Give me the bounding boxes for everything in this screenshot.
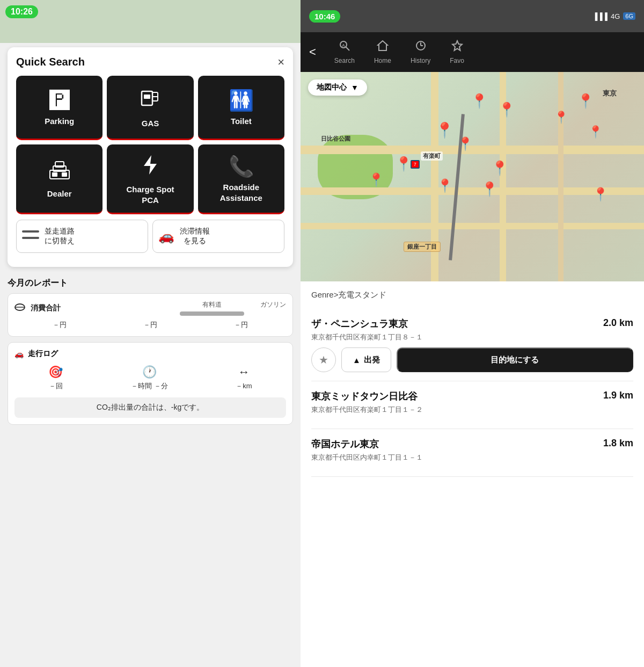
star-icon-1: ★ (319, 353, 328, 366)
genre-label: Genre>充電スタンド (311, 290, 633, 300)
traffic-button[interactable]: 🚗 渋滞情報を見る (152, 220, 284, 253)
signal-area: ▐▐▐ 4G 6G (592, 12, 635, 20)
svg-rect-6 (62, 172, 67, 177)
signal-type: 4G (611, 12, 620, 20)
pin-12: 📍 (592, 187, 609, 202)
history-tab-label: History (411, 57, 430, 64)
consumption-row: 消費合計 有料道 ガソリン (14, 300, 286, 316)
pin-2: 📍 (498, 102, 515, 118)
svg-marker-9 (144, 155, 157, 175)
history-tab-icon (415, 40, 427, 55)
quick-search-card: Quick Search × 🅿 Parking GAS (8, 47, 293, 267)
pin-10: 📍 (437, 178, 453, 193)
dest-button-1[interactable]: 目的地にする (397, 347, 633, 372)
log-stats: 🎯 －回 🕐 －時間 －分 ↔ －km (14, 365, 286, 391)
svg-text:A: A (342, 43, 345, 48)
roadside-icon: 📞 (229, 156, 254, 177)
nav-tabs: < A Search Home (301, 32, 644, 72)
signal-bars-icon: ▐▐▐ (592, 12, 608, 20)
back-button[interactable]: < (301, 45, 325, 59)
co2-bar: CO₂排出量の合計は、-kgです。 (14, 397, 286, 418)
depart-icon: ▲ (353, 356, 361, 365)
category-parking[interactable]: 🅿 Parking (16, 76, 103, 140)
category-grid: 🅿 Parking GAS 🚻 Toilet (16, 76, 284, 214)
result-3-name: 帝国ホテル東京 (311, 438, 379, 451)
svg-rect-11 (22, 237, 39, 239)
map-area: 東京 有楽町 日比谷公園 銀座一丁目 7 📍 📍 📍 📍 📍 📍 📍 📍 📍 📍… (301, 72, 644, 281)
time-val: －時間 －分 (131, 381, 168, 391)
result-2-name: 東京ミッドタウン日比谷 (311, 390, 418, 403)
dest-label: 目的地にする (491, 355, 539, 365)
tab-history[interactable]: History (401, 37, 440, 68)
consumption-card: 消費合計 有料道 ガソリン －円 －円 －円 (8, 293, 293, 337)
tab-search[interactable]: A Search (325, 37, 364, 68)
pin-4: 📍 (554, 111, 568, 125)
pin-7: 📍 (457, 136, 473, 151)
search-tab-label: Search (334, 57, 355, 64)
gas-val: －円 (234, 320, 248, 330)
result-1-actions: ★ ▲ 出発 目的地にする (311, 347, 633, 372)
consumption-label: 消費合計 (31, 303, 61, 313)
pin-11: 📍 (481, 181, 498, 198)
yurakucho-label: 有楽町 (421, 151, 443, 161)
hibiya-label: 日比谷公園 (321, 135, 350, 143)
category-toilet[interactable]: 🚻 Toilet (198, 76, 284, 140)
pin-1: 📍 (471, 93, 488, 110)
consumption-icon (14, 303, 25, 314)
result-item-1: ザ・ペニンシュラ東京 2.0 km 東京都千代田区有楽町１丁目８－１ ★ ▲ 出… (311, 309, 633, 381)
consumption-values: －円 －円 －円 (14, 320, 286, 330)
network-badge: 6G (623, 12, 635, 20)
dealer-label: Dealer (47, 189, 72, 199)
right-status-bar: 10:46 ▐▐▐ 4G 6G (301, 0, 644, 32)
report-section: 今月のレポート 消費合計 有料道 ガソリン (0, 271, 301, 430)
svg-marker-17 (378, 41, 387, 50)
map-dropdown-icon: ▼ (351, 83, 358, 92)
toilet-label: Toilet (231, 116, 252, 127)
category-gas[interactable]: GAS (107, 76, 193, 140)
map-dropdown[interactable]: 地図中心 ▼ (308, 79, 367, 96)
close-button[interactable]: × (277, 56, 284, 68)
log-label: 走行ログ (28, 349, 58, 359)
quick-search-title: Quick Search (16, 56, 85, 68)
favo-tab-label: Favo (450, 57, 464, 64)
toll-col: 有料道 (180, 300, 244, 316)
left-panel: 10:26 Quick Search × 🅿 Parking (0, 0, 301, 667)
log-card: 🚗 走行ログ 🎯 －回 🕐 －時間 －分 ↔ －km CO₂排出量の合計は、-k… (8, 342, 293, 425)
result-2-header: 東京ミッドタウン日比谷 1.9 km (311, 390, 633, 403)
dealer-icon (49, 161, 70, 183)
gas-label: GAS (142, 118, 159, 129)
category-roadside[interactable]: 📞 RoadsideAssistance (198, 144, 284, 214)
traffic-label: 渋滞情報を見る (180, 227, 210, 246)
clock-icon: 🕐 (142, 365, 157, 379)
distance-icon: ↔ (238, 365, 250, 379)
parallel-road-button[interactable]: 並走道路に切替え (16, 220, 148, 253)
tab-home[interactable]: Home (364, 37, 401, 68)
category-dealer[interactable]: Dealer (16, 144, 103, 214)
svg-marker-21 (452, 41, 462, 50)
result-1-name: ザ・ペニンシュラ東京 (311, 317, 408, 330)
gas-col: ガソリン (260, 300, 286, 316)
left-time: 10:26 (5, 5, 38, 18)
category-charge[interactable]: Charge SpotPCA (107, 144, 193, 214)
pin-6: 📍 (435, 121, 454, 139)
depart-button-1[interactable]: ▲ 出発 (341, 347, 391, 372)
log-stat-trips: 🎯 －回 (48, 365, 63, 391)
tokyo-label: 東京 (603, 89, 617, 98)
svg-rect-10 (22, 230, 39, 233)
home-tab-label: Home (374, 57, 391, 64)
pin-3: 📍 (577, 93, 594, 110)
quick-search-header: Quick Search × (16, 56, 284, 68)
right-panel: 10:46 ▐▐▐ 4G 6G < A Search (301, 0, 644, 667)
svg-rect-5 (52, 172, 57, 177)
depart-label: 出発 (364, 355, 380, 365)
star-button-1[interactable]: ★ (311, 347, 336, 372)
search-tab-icon: A (339, 40, 350, 55)
left-map-bg: 10:26 (0, 0, 301, 43)
result-3-distance: 1.8 km (603, 438, 633, 449)
tab-favo[interactable]: Favo (440, 37, 474, 68)
gas-col-label: ガソリン (260, 300, 286, 309)
roadside-label: RoadsideAssistance (220, 182, 262, 203)
result-3-header: 帝国ホテル東京 1.8 km (311, 438, 633, 451)
favo-tab-icon (451, 40, 463, 55)
result-2-distance: 1.9 km (603, 390, 633, 401)
